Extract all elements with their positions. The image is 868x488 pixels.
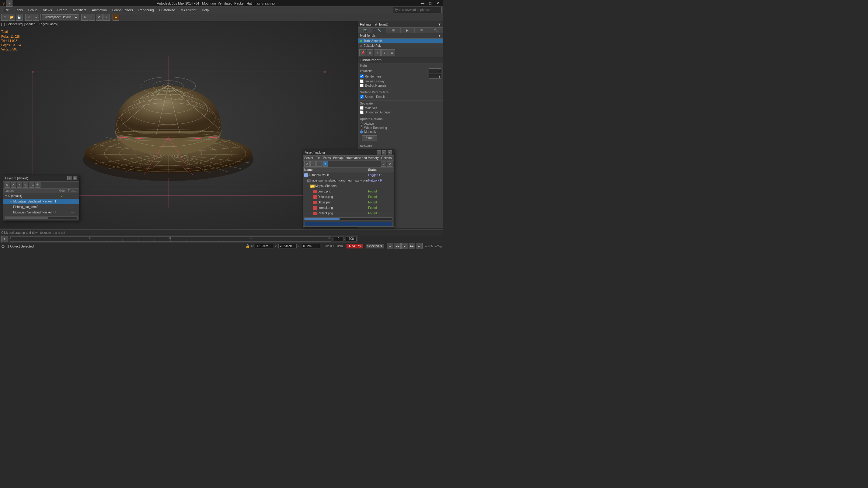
at-settings-btn[interactable]: ⚙ — [387, 161, 393, 167]
at-row-vault[interactable]: Autodesk Vault Logged O... — [303, 172, 394, 178]
menu-modifiers[interactable]: Modifiers — [70, 8, 89, 12]
isoline-checkbox[interactable] — [360, 79, 364, 83]
at-minimize-btn[interactable]: — — [377, 150, 381, 155]
move-up-btn[interactable]: ↑ — [374, 49, 381, 56]
redo-btn[interactable]: ↪ — [33, 14, 39, 21]
workspace-dropdown[interactable]: Workspace: Default — [42, 14, 79, 20]
at-add-btn[interactable]: + — [310, 161, 316, 167]
menu-views[interactable]: Views — [40, 8, 54, 12]
smooth-result-checkbox[interactable] — [360, 95, 364, 99]
at-menu-server[interactable]: Server — [304, 156, 313, 160]
menu-customize[interactable]: Customize — [157, 8, 178, 12]
materials-checkbox[interactable] — [360, 106, 364, 110]
timeline-scrubber[interactable]: 0 5 10 15 20 — [10, 236, 331, 242]
timeline-play-btn[interactable]: ▶ — [1, 236, 8, 242]
tab-display2[interactable]: 👁 — [415, 28, 429, 33]
iterations-input[interactable] — [429, 68, 441, 73]
undo-btn[interactable]: ↩ — [25, 14, 32, 21]
tab-modify[interactable]: 🔧 — [372, 28, 387, 33]
layer-row-mountain2[interactable]: Mountain_Ventilated_Packer_Hat — — [3, 210, 79, 215]
frame-input[interactable] — [333, 236, 344, 241]
at-menu-options[interactable]: Options — [381, 156, 392, 160]
layer-scrollbar[interactable] — [5, 217, 78, 219]
tab-motion[interactable]: ▶ — [401, 28, 415, 33]
maximize-btn[interactable]: □ — [428, 1, 433, 5]
layer-add-sel-btn[interactable]: +□ — [23, 182, 28, 188]
at-menu-bitmap[interactable]: Bitmap Performance and Memory — [333, 156, 379, 160]
layer-select-btn[interactable]: ⊕ — [5, 182, 10, 188]
tab-hierarchy[interactable]: ⊞ — [386, 28, 401, 33]
render-iters-checkbox[interactable] — [360, 74, 364, 78]
at-close-btn[interactable]: ✕ — [388, 150, 392, 155]
manually-radio[interactable] — [360, 130, 363, 133]
menu-tools[interactable]: Tools — [12, 8, 25, 12]
menu-group[interactable]: Group — [26, 8, 40, 12]
at-menu-file[interactable]: File — [315, 156, 320, 160]
always-radio[interactable] — [360, 123, 363, 126]
at-menu-paths[interactable]: Paths — [323, 156, 331, 160]
rotate-btn[interactable]: ↺ — [96, 14, 102, 21]
at-row-diffuse[interactable]: Diffuse.png Found — [303, 194, 394, 200]
menu-help[interactable]: Help — [199, 8, 212, 12]
layer-delete-btn[interactable]: ✕ — [11, 182, 16, 188]
at-row-maps-folder[interactable]: 📁 Maps / Shaders — [303, 183, 394, 189]
pin-btn[interactable]: 📌 — [359, 49, 366, 56]
next-frame-btn[interactable]: ⏭ — [416, 243, 423, 250]
layer-row-0[interactable]: ▼ 0 (default) ✓ — [3, 193, 79, 199]
new-btn[interactable]: □ — [1, 14, 8, 21]
menu-create[interactable]: Create — [55, 8, 70, 12]
autokey-btn[interactable]: Auto Key — [346, 244, 363, 249]
search-input[interactable] — [393, 7, 442, 13]
at-row-reflect[interactable]: Reflect.png Found — [303, 211, 394, 216]
open-btn[interactable]: 📂 — [8, 14, 15, 21]
next-key-btn[interactable]: ▶▶ — [409, 243, 415, 250]
at-row-gloss[interactable]: Gloss.png Found — [303, 200, 394, 205]
configure-btn[interactable]: ⚙ — [389, 49, 395, 56]
menu-rendering[interactable]: Rendering — [136, 8, 156, 12]
save-btn[interactable]: 💾 — [16, 14, 23, 21]
play-btn[interactable]: ▶ — [401, 243, 408, 250]
move-btn[interactable]: ✛ — [89, 14, 95, 21]
at-remove-btn[interactable]: − — [316, 161, 322, 167]
file-menu-btn[interactable]: ▼ — [6, 0, 12, 7]
modifier-list-dropdown[interactable]: ▼ — [438, 34, 441, 37]
move-down-btn[interactable]: ↓ — [381, 49, 388, 56]
smoothing-groups-checkbox[interactable] — [360, 110, 364, 114]
panel-expand-icon[interactable]: ▼ — [438, 23, 441, 26]
at-list-btn[interactable]: ≡ — [322, 161, 328, 167]
modifier-turbosmooth[interactable]: TurboSmooth — [358, 39, 443, 43]
layer-close-btn[interactable]: ✕ — [73, 176, 77, 180]
at-help-btn[interactable]: ? — [381, 161, 386, 167]
tab-utilities[interactable]: 🔨 — [429, 28, 443, 33]
render-btn[interactable]: ▶ — [113, 14, 119, 21]
layer-find-btn[interactable]: 🔍 — [35, 182, 40, 188]
at-row-max-file[interactable]: □ Mountain_Ventilated_Packer_Hat_max_vra… — [303, 178, 394, 183]
menu-maxscript[interactable]: MAXScript — [178, 8, 199, 12]
layer-row-fishing[interactable]: Fishing_hat_form2 — — [3, 204, 79, 210]
update-button[interactable]: Update — [362, 135, 377, 140]
selected-dropdown[interactable]: Selected ▼ — [366, 244, 384, 249]
at-row-normal[interactable]: normal.png Found — [303, 205, 394, 211]
at-maximize-btn[interactable]: □ — [382, 150, 386, 155]
scale-btn[interactable]: ⤡ — [103, 14, 110, 21]
frame-total-input[interactable] — [346, 236, 356, 241]
modifier-editable-poly[interactable]: Editable Poly — [358, 43, 443, 48]
close-btn[interactable]: ✕ — [435, 1, 440, 5]
select-btn[interactable]: ⊕ — [81, 14, 88, 21]
at-row-bump[interactable]: bump.png Found — [303, 189, 394, 194]
layer-add-btn[interactable]: + — [17, 182, 22, 188]
menu-animation[interactable]: Animation — [89, 8, 109, 12]
prev-key-btn[interactable]: ◀◀ — [394, 243, 401, 250]
render-iters-input[interactable] — [429, 74, 441, 79]
prev-frame-btn[interactable]: ⏮ — [387, 243, 393, 250]
delete-modifier-btn[interactable]: ✕ — [367, 49, 373, 56]
at-refresh-btn[interactable]: ↺ — [304, 161, 310, 167]
layer-move-sel-btn[interactable]: →□ — [29, 182, 34, 188]
layer-help-btn[interactable]: ? — [67, 176, 71, 180]
layer-row-mountain[interactable]: ▼ Mountain_Ventilated_Packer_Hat — — [3, 199, 79, 204]
explicit-normals-checkbox[interactable] — [360, 84, 364, 87]
add-time-tag[interactable]: Add Time Tag — [425, 245, 442, 248]
tab-display[interactable]: 📷 — [358, 28, 372, 33]
when-rendering-radio[interactable] — [360, 127, 363, 130]
minimize-btn[interactable]: — — [420, 1, 426, 5]
